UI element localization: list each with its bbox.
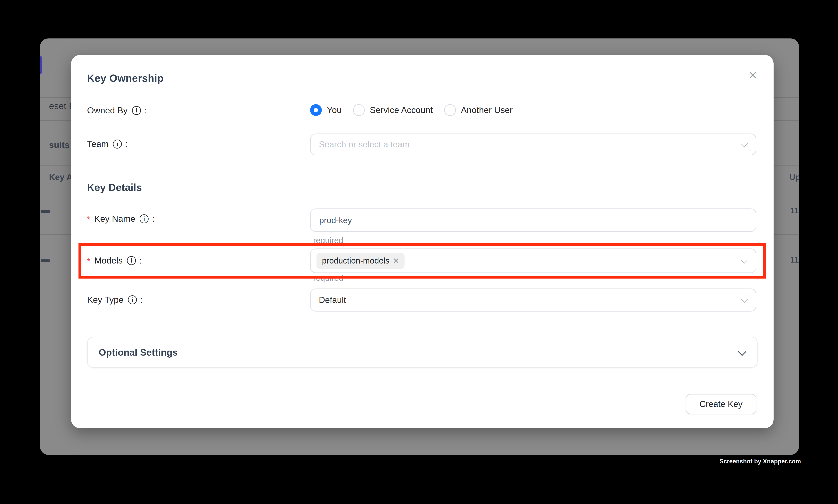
- team-label: Team i :: [87, 139, 128, 149]
- required-asterisk: *: [87, 256, 90, 266]
- radio-label: Service Account: [370, 105, 433, 115]
- owned-by-label-text: Owned By: [87, 105, 128, 115]
- info-icon[interactable]: i: [140, 214, 148, 223]
- chevron-down-icon: [741, 256, 748, 264]
- team-label-text: Team: [87, 139, 109, 149]
- radio-unselected-icon[interactable]: [444, 104, 456, 116]
- modal-title: Key Ownership: [87, 72, 164, 84]
- owned-by-label: Owned By i :: [87, 105, 147, 115]
- clipped-primary-button: [40, 56, 42, 74]
- label-colon: :: [140, 295, 143, 305]
- info-icon[interactable]: i: [128, 295, 137, 304]
- models-required-message: required: [313, 273, 343, 283]
- tag-remove-icon[interactable]: ✕: [393, 256, 399, 265]
- xnapper-watermark: Screenshot by Xnapper.com: [719, 458, 801, 465]
- key-name-required-message: required: [313, 236, 343, 245]
- table-cell-date: 11/: [790, 255, 799, 265]
- key-type-select[interactable]: Default: [310, 288, 756, 311]
- radio-unselected-icon[interactable]: [353, 104, 365, 116]
- key-type-selected-value: Default: [310, 295, 346, 305]
- optional-settings-title: Optional Settings: [99, 347, 178, 358]
- radio-label: Another User: [461, 105, 513, 115]
- key-type-label-text: Key Type: [87, 295, 124, 305]
- team-select[interactable]: Search or select a team: [310, 133, 756, 155]
- key-name-input[interactable]: [310, 209, 756, 232]
- key-name-label: * Key Name i :: [87, 214, 155, 224]
- results-partial-text: sults: [49, 140, 70, 150]
- optional-settings-toggle[interactable]: Optional Settings: [87, 337, 757, 368]
- models-label: * Models i :: [87, 255, 142, 266]
- label-colon: :: [144, 105, 147, 115]
- table-cell-dash: [41, 259, 50, 262]
- key-details-section-title: Key Details: [87, 182, 142, 193]
- chevron-down-icon: [738, 347, 746, 356]
- radio-option-another-user[interactable]: Another User: [444, 104, 513, 116]
- label-colon: :: [152, 214, 155, 224]
- required-asterisk: *: [87, 215, 90, 224]
- key-type-label: Key Type i :: [87, 295, 143, 305]
- radio-selected-icon[interactable]: [310, 104, 322, 116]
- close-icon[interactable]: ✕: [744, 66, 762, 85]
- owned-by-radio-group: You Service Account Another User: [310, 104, 513, 116]
- table-cell-dash: [41, 210, 50, 213]
- selected-model-tag: production-models ✕: [317, 253, 405, 269]
- table-cell-date: 11/: [790, 206, 799, 215]
- updated-column-header: Up: [789, 173, 799, 182]
- label-colon: :: [125, 139, 128, 149]
- model-tag-label: production-models: [322, 256, 390, 266]
- info-icon[interactable]: i: [127, 256, 136, 265]
- team-select-placeholder: Search or select a team: [310, 140, 410, 149]
- chevron-down-icon: [741, 296, 748, 303]
- models-multiselect[interactable]: production-models ✕: [310, 249, 756, 273]
- radio-option-service-account[interactable]: Service Account: [353, 104, 433, 116]
- create-key-button[interactable]: Create Key: [686, 394, 756, 414]
- radio-option-you[interactable]: You: [310, 104, 342, 116]
- chevron-down-icon: [741, 140, 748, 147]
- screenshot-canvas: eset Filt sults Key Alia Up 11/ 11/ Key …: [0, 0, 838, 504]
- label-colon: :: [139, 255, 142, 266]
- create-key-modal: Key Ownership ✕ Owned By i : You Service…: [71, 55, 773, 428]
- info-icon[interactable]: i: [132, 106, 141, 115]
- key-name-label-text: Key Name: [94, 214, 135, 224]
- info-icon[interactable]: i: [113, 140, 122, 148]
- models-label-text: Models: [94, 255, 123, 266]
- radio-label: You: [327, 105, 342, 115]
